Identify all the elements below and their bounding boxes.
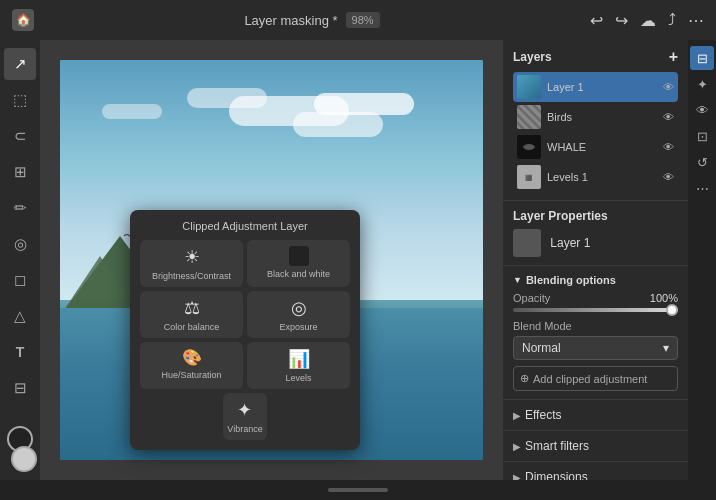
levels-label: Levels [285, 373, 311, 383]
brightness-icon: ☀ [184, 246, 200, 268]
hue-label: Hue/Saturation [161, 370, 221, 380]
hue-icon: 🎨 [182, 348, 202, 367]
layer-thumb-4: ▦ [517, 165, 541, 189]
layer-item-3[interactable]: WHALE 👁 [513, 132, 678, 162]
dimensions-section[interactable]: ▶ Dimensions [503, 462, 688, 480]
effects-chevron-icon: ▶ [513, 410, 521, 421]
bottom-bar [0, 480, 716, 500]
plus-icon: ⊕ [520, 372, 529, 385]
layers-panel-icon[interactable]: ⊟ [690, 46, 714, 70]
layer-name-2: Birds [547, 111, 657, 123]
layers-add-icon[interactable]: + [669, 48, 678, 66]
layer-thumb-3 [517, 135, 541, 159]
bottom-home-indicator[interactable] [328, 488, 388, 492]
adjustment-black-white[interactable]: Black and white [247, 240, 350, 287]
shape-tool[interactable]: △ [4, 300, 36, 332]
opacity-thumb[interactable] [666, 304, 678, 316]
add-clipped-adjustment-button[interactable]: ⊕ Add clipped adjustment [513, 366, 678, 391]
layer-eye-1[interactable]: 👁 [663, 81, 674, 93]
opacity-row: Opacity 100% [513, 292, 678, 304]
blend-mode-select[interactable]: Normal ▾ [513, 336, 678, 360]
dimensions-label: Dimensions [525, 470, 588, 480]
canvas-area[interactable]: 〜 〜 〜 Clipped Adjustment Layer ☀ Brightn… [40, 40, 503, 480]
adjustment-levels[interactable]: 📊 Levels [247, 342, 350, 389]
effects-label: Effects [525, 408, 561, 422]
blend-mode-value: Normal [522, 341, 561, 355]
layer-properties-row: Layer 1 [513, 229, 678, 257]
document-title: Layer masking * [244, 13, 337, 28]
blend-mode-label: Blend Mode [513, 320, 678, 332]
main-content: ↗ ⬚ ⊂ ⊞ ✏ ◎ ◻ △ T ⊟ [0, 40, 716, 480]
brush-tool[interactable]: ✏ [4, 192, 36, 224]
text-tool[interactable]: T [4, 336, 36, 368]
layers-section: Layers + Layer 1 👁 Birds 👁 [503, 40, 688, 201]
select-tool[interactable]: ⬚ [4, 84, 36, 116]
layers-title: Layers [513, 50, 552, 64]
color-balance-icon: ⚖ [184, 297, 200, 319]
share-icon[interactable]: ⤴ [668, 11, 676, 29]
zoom-level[interactable]: 98% [346, 12, 380, 28]
adjustments-icon[interactable]: ✦ [690, 72, 714, 96]
stamp-tool[interactable]: ◎ [4, 228, 36, 260]
adjustment-hue-saturation[interactable]: 🎨 Hue/Saturation [140, 342, 243, 389]
dimensions-title: ▶ Dimensions [513, 470, 678, 480]
opacity-slider[interactable] [513, 308, 678, 312]
top-bar-right: ↩ ↪ ☁ ⤴ ⋯ [590, 11, 704, 30]
move-tool[interactable]: ↗ [4, 48, 36, 80]
cloud-icon[interactable]: ☁ [640, 11, 656, 30]
adjustment-vibrance[interactable]: ✦ Vibrance [223, 393, 266, 440]
layer-item-4[interactable]: ▦ Levels 1 👁 [513, 162, 678, 192]
history-icon[interactable]: ↺ [690, 150, 714, 174]
effects-title: ▶ Effects [513, 408, 678, 422]
layer-eye-4[interactable]: 👁 [663, 171, 674, 183]
layer-thumb-2 [517, 105, 541, 129]
layer-item-2[interactable]: Birds 👁 [513, 102, 678, 132]
blending-options-title: ▼ Blending options [513, 274, 678, 286]
layer-name-3: WHALE [547, 141, 657, 153]
dimensions-chevron-icon: ▶ [513, 472, 521, 481]
more-icon[interactable]: ⋯ [688, 11, 704, 30]
effects-section[interactable]: ▶ Effects [503, 400, 688, 431]
vibrance-icon: ✦ [237, 399, 252, 421]
layer-thumb-1 [517, 75, 541, 99]
opacity-label: Opacity [513, 292, 550, 304]
blend-mode-chevron-icon: ▾ [663, 341, 669, 355]
exposure-icon: ◎ [291, 297, 307, 319]
popup-title: Clipped Adjustment Layer [140, 220, 350, 232]
levels-icon: 📊 [288, 348, 310, 370]
top-bar: 🏠 Layer masking * 98% ↩ ↪ ☁ ⤴ ⋯ [0, 0, 716, 40]
eraser-tool[interactable]: ◻ [4, 264, 36, 296]
visibility-icon[interactable]: 👁 [690, 98, 714, 122]
crop-tool[interactable]: ⊞ [4, 156, 36, 188]
chevron-down-icon: ▼ [513, 275, 522, 285]
opacity-value: 100% [650, 292, 678, 304]
left-toolbar: ↗ ⬚ ⊂ ⊞ ✏ ◎ ◻ △ T ⊟ [0, 40, 40, 480]
brightness-label: Brightness/Contrast [152, 271, 231, 281]
smart-filters-section[interactable]: ▶ Smart filters [503, 431, 688, 462]
transform-icon[interactable]: ⊡ [690, 124, 714, 148]
right-panel: Layers + Layer 1 👁 Birds 👁 [503, 40, 688, 480]
more-options-icon[interactable]: ⋯ [690, 176, 714, 200]
adjustment-color-balance[interactable]: ⚖ Color balance [140, 291, 243, 338]
background-color[interactable] [11, 446, 37, 472]
layers-header: Layers + [513, 48, 678, 66]
smart-filters-chevron-icon: ▶ [513, 441, 521, 452]
layer-name-4: Levels 1 [547, 171, 657, 183]
layer-eye-2[interactable]: 👁 [663, 111, 674, 123]
layer-properties-header: Layer Properties [513, 209, 678, 223]
layer-name-1: Layer 1 [547, 81, 657, 93]
popup-grid: ☀ Brightness/Contrast Black and white ⚖ … [140, 240, 350, 440]
vibrance-label: Vibrance [227, 424, 262, 434]
top-bar-center: Layer masking * 98% [244, 12, 379, 28]
smart-filters-label: Smart filters [525, 439, 589, 453]
layer-properties-section: Layer Properties Layer 1 [503, 201, 688, 266]
layer-eye-3[interactable]: 👁 [663, 141, 674, 153]
layer-item-1[interactable]: Layer 1 👁 [513, 72, 678, 102]
home-button[interactable]: 🏠 [12, 9, 34, 31]
adjustment-brightness[interactable]: ☀ Brightness/Contrast [140, 240, 243, 287]
adjustment-exposure[interactable]: ◎ Exposure [247, 291, 350, 338]
lasso-tool[interactable]: ⊂ [4, 120, 36, 152]
redo-icon[interactable]: ↪ [615, 11, 628, 30]
image-tool[interactable]: ⊟ [4, 372, 36, 404]
undo-icon[interactable]: ↩ [590, 11, 603, 30]
